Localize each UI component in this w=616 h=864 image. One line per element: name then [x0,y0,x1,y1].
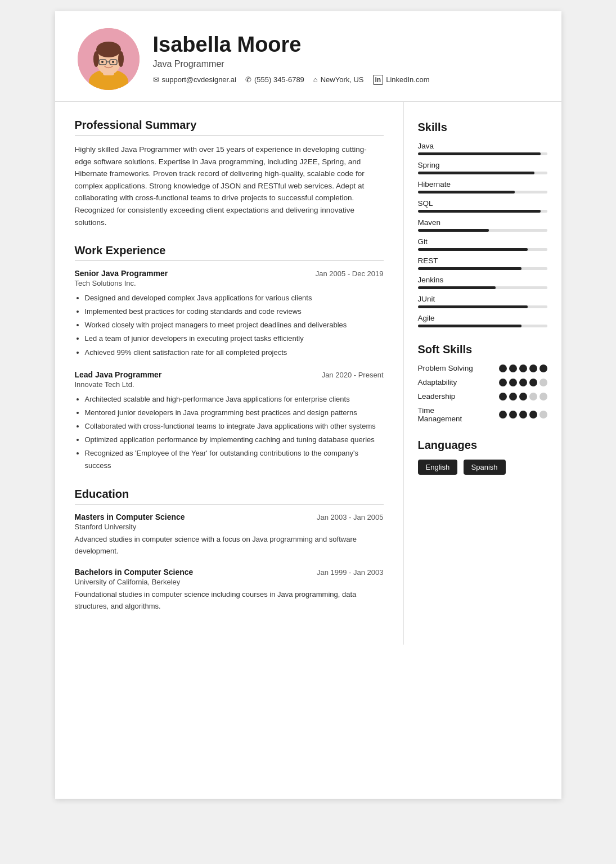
bullet: Implemented best practices for coding st… [85,305,384,318]
contact-phone: ✆ (555) 345-6789 [245,75,304,84]
soft-skills-title: Soft Skills [418,343,547,356]
skill-bar [418,325,547,327]
work-experience-section: Work Experience Senior Java Programmer J… [75,244,384,472]
dot-filled [499,364,507,372]
skill-name: Hibernate [418,180,547,188]
dot-empty [539,379,547,386]
dot-filled [519,364,527,372]
soft-skill-item: TimeManagement [418,406,547,423]
skill-bar [418,248,547,251]
svg-point-11 [112,61,114,63]
phone-icon: ✆ [245,75,251,84]
skill-fill [418,152,541,155]
edu-dates: Jan 2003 - Jan 2005 [317,513,384,521]
dots [499,379,547,386]
skill-item: JUnit [418,295,547,308]
education-section: Education Masters in Computer Science Ja… [75,488,384,612]
edu-item: Bachelors in Computer Science Jan 1999 -… [75,568,384,613]
dot-filled [519,379,527,386]
candidate-title: Java Programmer [153,59,539,69]
skill-bar [418,152,547,155]
job-title: Senior Java Programmer [75,269,168,278]
main-column: Professional Summary Highly skilled Java… [55,102,404,645]
summary-title: Professional Summary [75,119,384,136]
svg-point-4 [96,42,121,57]
skill-fill [418,325,521,327]
bullet: Collaborated with cross-functional teams… [85,420,384,433]
summary-section: Professional Summary Highly skilled Java… [75,119,384,228]
languages-title: Languages [418,439,547,452]
dots [499,393,547,400]
soft-skill-name: Adaptability [418,378,457,386]
summary-text: Highly skilled Java Programmer with over… [75,143,384,228]
skill-fill [418,229,489,232]
edu-desc: Foundational studies in computer science… [75,589,384,613]
skills-title: Skills [418,121,547,134]
edu-school: Stanford University [75,523,384,531]
avatar [78,28,140,90]
skill-fill [418,286,496,289]
location-icon: ⌂ [313,75,318,84]
language-badge-spanish: Spanish [464,460,506,475]
dot-filled [509,379,517,386]
skill-bar [418,210,547,213]
svg-point-5 [93,51,99,67]
dot-filled [519,393,527,400]
dot-filled [509,411,517,418]
dot-filled [539,364,547,372]
skill-bar [418,172,547,174]
job-item: Lead Java Programmer Jan 2020 - Present … [75,370,384,472]
job-bullets: Designed and developed complex Java appl… [75,292,384,358]
skill-fill [418,191,515,194]
skill-name: Spring [418,161,547,169]
dot-filled [499,379,507,386]
svg-point-6 [118,51,124,67]
bullet: Architected scalable and high-performanc… [85,393,384,406]
location-text: NewYork, US [321,75,364,84]
skill-fill [418,210,541,213]
skill-name: SQL [418,199,547,208]
edu-header: Bachelors in Computer Science Jan 1999 -… [75,568,384,577]
candidate-name: Isabella Moore [153,33,539,57]
job-company: Innovate Tech Ltd. [75,380,384,389]
email-text: support@cvdesigner.ai [162,75,236,84]
contact-linkedin: in LinkedIn.com [373,75,430,85]
edu-item: Masters in Computer Science Jan 2003 - J… [75,512,384,557]
dot-filled [509,364,517,372]
bullet: Led a team of junior developers in execu… [85,332,384,345]
languages-section: Languages English Spanish [418,439,547,478]
skill-name: Java [418,142,547,150]
job-dates: Jan 2020 - Present [322,371,384,379]
job-bullets: Architected scalable and high-performanc… [75,393,384,472]
header-section: Isabella Moore Java Programmer ✉ support… [55,11,561,102]
job-company: Tech Solutions Inc. [75,279,384,287]
linkedin-icon: in [373,75,384,85]
skill-bar [418,267,547,270]
skill-fill [418,267,521,270]
edu-school: University of California, Berkeley [75,578,384,586]
phone-text: (555) 345-6789 [254,75,304,84]
dots [499,411,547,418]
dot-filled [499,393,507,400]
skill-name: JUnit [418,295,547,303]
dots [499,364,547,372]
language-badges: English Spanish [418,460,547,478]
skill-fill [418,305,528,308]
skill-fill [418,172,534,174]
soft-skill-name: Problem Solving [418,364,473,372]
language-badge-english: English [418,460,458,475]
side-column: Skills Java Spring Hibernate SQL [404,102,561,645]
soft-skill-name: Leadership [418,392,456,400]
skill-bar [418,229,547,232]
soft-skills-section: Soft Skills Problem Solving Adaptability [418,343,547,423]
soft-skill-item: Leadership [418,392,547,400]
skill-item: Agile [418,314,547,327]
soft-skill-item: Problem Solving [418,364,547,372]
dot-empty [539,411,547,418]
contact-email: ✉ support@cvdesigner.ai [153,75,236,84]
bullet: Achieved 99% client satisfaction rate fo… [85,346,384,359]
skill-name: Jenkins [418,276,547,284]
skill-item: Spring [418,161,547,174]
contact-location: ⌂ NewYork, US [313,75,364,84]
bullet: Designed and developed complex Java appl… [85,292,384,304]
